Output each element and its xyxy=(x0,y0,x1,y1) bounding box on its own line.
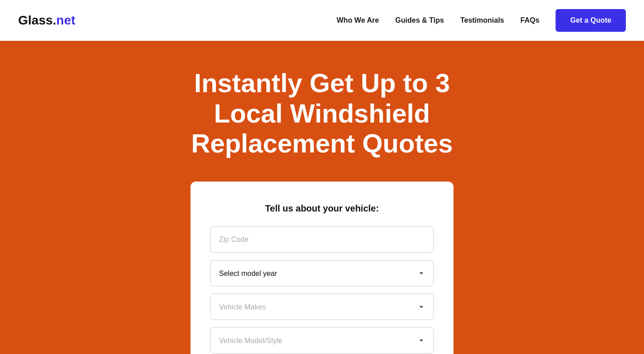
model-year-group: Select model year 2024 2023 2022 2021 20… xyxy=(210,260,434,286)
vehicle-make-select[interactable]: Vehicle Makes xyxy=(210,294,434,320)
zip-code-input[interactable] xyxy=(210,226,434,253)
get-quote-button[interactable]: Get a Quote xyxy=(556,9,626,32)
quote-form-card: Tell us about your vehicle: Select model… xyxy=(190,182,454,354)
logo-text-black: Glass. xyxy=(18,13,56,27)
nav-link-faqs[interactable]: FAQs xyxy=(521,16,540,25)
vehicle-model-select[interactable]: Vehicle Model/Style xyxy=(210,327,434,354)
zip-code-group xyxy=(210,226,434,253)
logo-text-blue: net xyxy=(56,13,75,27)
nav-link-guides-tips[interactable]: Guides & Tips xyxy=(395,16,444,25)
vehicle-make-group: Vehicle Makes xyxy=(210,294,434,320)
nav: Who We Are Guides & Tips Testimonials FA… xyxy=(337,9,626,32)
header: Glass.net Who We Are Guides & Tips Testi… xyxy=(0,0,644,41)
model-year-select[interactable]: Select model year 2024 2023 2022 2021 20… xyxy=(210,260,434,286)
hero-title: Instantly Get Up to 3 Local Windshield R… xyxy=(163,68,481,159)
nav-link-testimonials[interactable]: Testimonials xyxy=(460,16,504,25)
nav-link-who-we-are[interactable]: Who We Are xyxy=(337,16,379,25)
hero-section: Instantly Get Up to 3 Local Windshield R… xyxy=(0,41,644,354)
vehicle-model-group: Vehicle Model/Style xyxy=(210,327,434,354)
logo[interactable]: Glass.net xyxy=(18,13,75,28)
form-title: Tell us about your vehicle: xyxy=(210,203,434,214)
